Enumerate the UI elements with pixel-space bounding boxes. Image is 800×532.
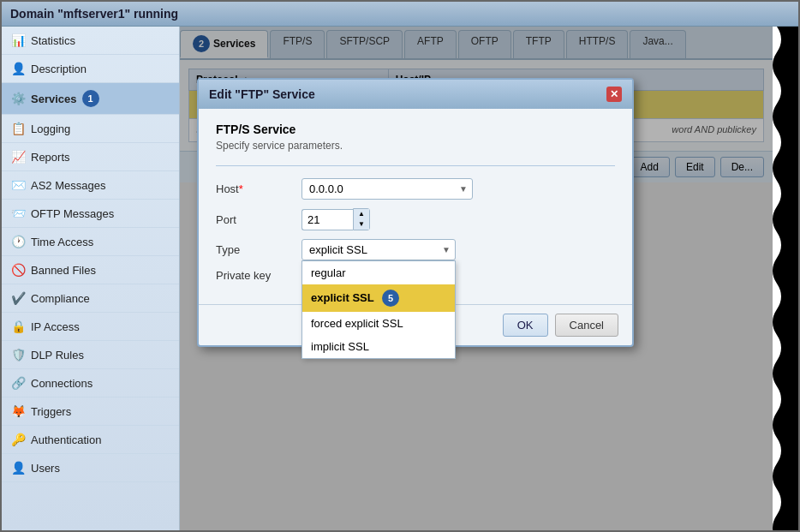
modal-overlay: Edit "FTP" Service ✕ FTP/S Service Speci…	[180, 27, 773, 530]
logging-icon: 📋	[10, 122, 26, 135]
sidebar-item-description[interactable]: 👤 Description	[2, 55, 179, 83]
sidebar-item-label: Time Access	[31, 236, 93, 248]
type-select-container: explicit SSL ▼ regular explicit SSL	[301, 239, 456, 260]
sidebar-item-services[interactable]: ⚙️ Services 1	[2, 83, 179, 115]
sidebar-item-label: Logging	[31, 123, 70, 135]
private-key-label: Private key	[216, 269, 301, 282]
type-label: Type	[216, 243, 301, 256]
sidebar-item-reports[interactable]: 📈 Reports	[2, 143, 179, 171]
ip-access-icon: 🔒	[10, 320, 26, 333]
sidebar-item-triggers[interactable]: 🦊 Triggers	[2, 398, 179, 426]
oftp-icon: 📨	[10, 206, 26, 220]
sidebar-item-connections[interactable]: 🔗 Connections	[2, 369, 179, 398]
users-icon: 👤	[10, 461, 26, 475]
header-title: Domain "mftserver1" running	[10, 7, 178, 21]
port-input-container: ▲ ▼	[301, 208, 370, 230]
sidebar-item-label: DLP Rules	[31, 349, 84, 362]
auth-icon: 🔑	[10, 433, 26, 446]
port-input[interactable]	[301, 209, 353, 230]
sidebar-item-users[interactable]: 👤 Users	[2, 454, 179, 482]
sidebar-item-label: Services	[31, 93, 77, 105]
sidebar-item-label: OFTP Messages	[31, 207, 114, 220]
sidebar-item-oftp[interactable]: 📨 OFTP Messages	[2, 200, 179, 228]
description-icon: 👤	[10, 62, 26, 75]
host-label: Host*	[216, 182, 301, 195]
modal-close-button[interactable]: ✕	[606, 87, 622, 102]
sidebar-item-label: IP Access	[31, 320, 80, 333]
content-area: 2Services FTP/S SFTP/SCP AFTP OFTP TFTP …	[180, 27, 773, 530]
ok-button[interactable]: OK	[503, 314, 548, 337]
option-implicit-ssl[interactable]: implicit SSL	[302, 335, 455, 358]
wavy-border	[773, 27, 798, 530]
banned-files-icon: 🚫	[10, 263, 26, 277]
host-select[interactable]: 0.0.0.0	[301, 178, 473, 200]
connections-icon: 🔗	[10, 376, 26, 390]
triggers-icon: 🦊	[10, 404, 26, 418]
host-select-container: 0.0.0.0 ▼	[301, 178, 473, 200]
port-field-row: Port ▲ ▼	[216, 208, 615, 230]
sidebar-item-time-access[interactable]: 🕐 Time Access	[2, 228, 179, 256]
sidebar-item-as2[interactable]: ✉️ AS2 Messages	[2, 171, 179, 200]
sidebar-item-statistics[interactable]: 📊 Statistics	[2, 27, 179, 55]
required-indicator: *	[239, 182, 243, 195]
port-decrement-button[interactable]: ▼	[354, 219, 369, 230]
port-label: Port	[216, 213, 301, 226]
type-select[interactable]: explicit SSL	[301, 239, 456, 260]
sidebar-item-logging[interactable]: 📋 Logging	[2, 115, 179, 143]
wavy-border-svg	[773, 27, 798, 530]
option-explicit-ssl[interactable]: explicit SSL 5	[302, 284, 455, 312]
sidebar-item-label: Statistics	[31, 34, 75, 47]
modal-title: Edit "FTP" Service	[209, 87, 315, 101]
host-field-row: Host* 0.0.0.0 ▼	[216, 178, 615, 200]
modal-section-subtitle: Specify service parameters.	[216, 140, 615, 152]
time-access-icon: 🕐	[10, 235, 26, 248]
sidebar-item-label: Authentication	[31, 433, 101, 446]
option-forced-explicit-ssl[interactable]: forced explicit SSL	[302, 312, 455, 335]
cancel-button[interactable]: Cancel	[555, 314, 618, 337]
as2-icon: ✉️	[10, 178, 26, 192]
services-icon: ⚙️	[10, 92, 26, 105]
modal-divider	[216, 165, 615, 166]
type-field-row: Type explicit SSL ▼ regular	[216, 239, 615, 260]
sidebar-item-dlp[interactable]: 🛡️ DLP Rules	[2, 341, 179, 369]
sidebar-item-label: Compliance	[31, 292, 90, 305]
sidebar-item-banned-files[interactable]: 🚫 Banned Files	[2, 256, 179, 284]
reports-icon: 📈	[10, 150, 26, 164]
modal-header: Edit "FTP" Service ✕	[199, 80, 632, 109]
sidebar: 📊 Statistics 👤 Description ⚙️ Services 1…	[2, 27, 180, 530]
modal-body: FTP/S Service Specify service parameters…	[199, 109, 632, 304]
sidebar-item-label: Connections	[31, 377, 93, 390]
sidebar-item-authentication[interactable]: 🔑 Authentication	[2, 426, 179, 454]
statistics-icon: 📊	[10, 33, 26, 47]
sidebar-item-label: Triggers	[31, 405, 71, 418]
sidebar-item-label: Users	[31, 462, 60, 475]
port-spinner: ▲ ▼	[353, 208, 370, 230]
port-increment-button[interactable]: ▲	[354, 209, 369, 219]
sidebar-item-ip-access[interactable]: 🔒 IP Access	[2, 313, 179, 341]
edit-ftp-modal: Edit "FTP" Service ✕ FTP/S Service Speci…	[197, 78, 634, 347]
dlp-icon: 🛡️	[10, 348, 26, 362]
option-regular[interactable]: regular	[302, 261, 455, 284]
option-badge: 5	[382, 290, 399, 307]
sidebar-item-label: Reports	[31, 151, 70, 164]
sidebar-item-compliance[interactable]: ✔️ Compliance	[2, 284, 179, 313]
modal-section-title: FTP/S Service	[216, 123, 615, 136]
sidebar-item-label: Description	[31, 63, 87, 75]
services-badge: 1	[82, 90, 99, 107]
type-dropdown-options: regular explicit SSL 5 forced explicit S…	[301, 260, 456, 359]
sidebar-item-label: Banned Files	[31, 264, 96, 277]
sidebar-item-label: AS2 Messages	[31, 179, 105, 192]
compliance-icon: ✔️	[10, 291, 26, 305]
app-header: Domain "mftserver1" running	[2, 2, 798, 27]
